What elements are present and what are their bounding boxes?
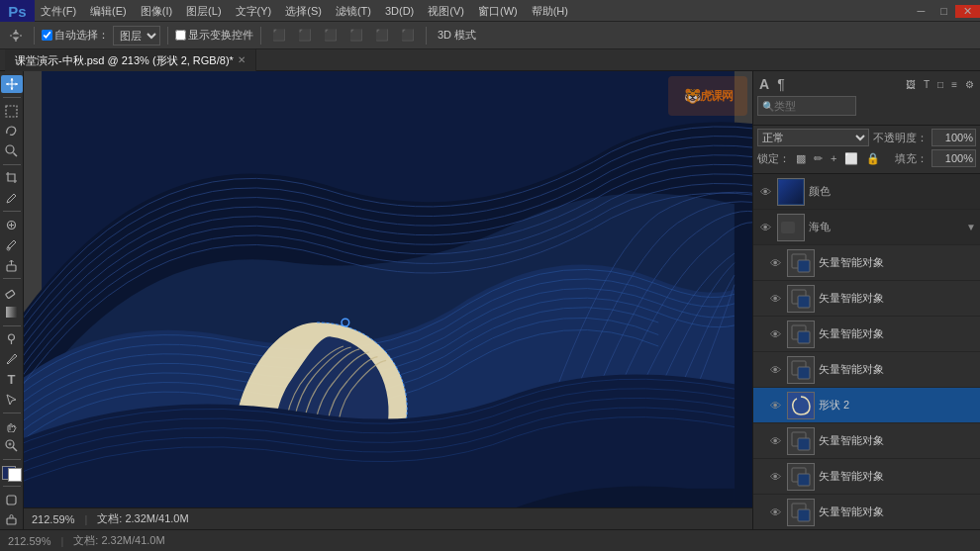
layer-eye-smart-1[interactable]: 👁 [767,255,783,271]
align-right-btn[interactable]: ⬛ [320,25,342,46]
lock-image-icon[interactable]: ✏ [812,151,825,166]
minimize-btn[interactable]: ─ [910,5,933,17]
layer-item-shape-2[interactable]: 👁 形状 2 [753,388,980,423]
tool-rectangular-marquee[interactable] [1,102,23,120]
opacity-input[interactable] [931,129,976,146]
panel-icon-3[interactable]: □ [935,78,945,91]
layer-thumb-smart-1 [787,249,815,277]
canvas-sep-1: | [84,513,87,525]
menu-text[interactable]: 文字(Y) [230,0,278,22]
layer-item-smart-5[interactable]: 👁 矢量智能对象 [753,423,980,459]
close-btn[interactable]: ✕ [955,5,980,18]
tool-healing-brush[interactable] [1,216,23,233]
tool-hand[interactable] [1,416,23,434]
tool-gradient[interactable] [1,303,23,321]
menu-filter[interactable]: 滤镜(T) [330,0,377,22]
align-center-btn[interactable]: ⬛ [294,25,316,46]
layer-visibility-toggle[interactable]: 👁 [757,184,773,200]
menu-view[interactable]: 视图(V) [422,0,470,22]
tool-clone-stamp[interactable] [1,256,23,274]
3d-mode-btn[interactable]: 3D 模式 [434,25,480,46]
menu-image[interactable]: 图像(I) [135,0,178,22]
type-search-box[interactable]: 🔍 [757,96,856,116]
tool-extra-1[interactable] [1,491,23,508]
layer-item-smart-2[interactable]: 👁 矢量智能对象 [753,281,980,317]
menu-3d[interactable]: 3D(D) [379,0,420,22]
svg-rect-8 [6,307,17,318]
layer-eye-smart-6[interactable]: 👁 [767,469,783,485]
tool-extra-2[interactable] [1,511,23,529]
show-transform-checkbox[interactable] [175,30,186,41]
lock-position-icon[interactable]: + [829,151,838,165]
fill-input[interactable] [931,149,976,167]
tool-zoom[interactable] [1,437,23,455]
align-left-btn[interactable]: ⬛ [268,25,290,46]
tool-path-selection[interactable] [1,390,23,408]
layer-thumb-smart-6 [787,463,815,491]
layer-item-smart-7[interactable]: 👁 矢量智能对象 [753,495,980,529]
tool-dodge[interactable] [1,329,23,347]
menu-layer[interactable]: 图层(L) [180,0,227,22]
menu-file[interactable]: 文件(F) [35,0,82,22]
lock-all-icon[interactable]: 🔒 [864,151,882,166]
menu-window[interactable]: 窗口(W) [472,0,524,22]
auto-select-checkbox[interactable] [42,30,52,41]
layer-name-smart-4: 矢量智能对象 [819,362,976,377]
maximize-btn[interactable]: □ [932,5,955,17]
panel-icon-2[interactable]: T [922,78,931,91]
para-panel-icon[interactable]: ¶ [775,75,787,93]
tool-text[interactable]: T [1,370,23,388]
layer-controls: 正常 溶解 正片叠底 不透明度： 锁定： ▩ ✏ + ⬜ 🔒 填充： [753,126,980,174]
lock-artboard-icon[interactable]: ⬜ [842,151,860,166]
align-middle-btn[interactable]: ⬛ [371,25,393,46]
char-panel-icon[interactable]: A [757,75,771,93]
layer-thumb-smart-3 [787,321,815,348]
layer-item-smart-3[interactable]: 👁 矢量智能对象 [753,317,980,352]
menu-help[interactable]: 帮助(H) [526,0,574,22]
tab-close-btn[interactable]: ✕ [238,49,245,71]
move-tool-btn[interactable] [5,25,27,46]
tool-brush[interactable] [1,236,23,254]
layer-eye-smart-2[interactable]: 👁 [767,291,783,307]
foreground-color[interactable] [2,466,22,483]
layer-eye-smart-5[interactable]: 👁 [767,433,783,449]
tab-main[interactable]: 课堂演示-中秋.psd @ 213% (形状 2, RGB/8)* ✕ [5,49,256,71]
layer-item-smart-4[interactable]: 👁 矢量智能对象 [753,352,980,388]
layer-select[interactable]: 图层 组 [113,26,160,46]
layer-thumb-smart-5 [787,427,815,455]
tool-pen[interactable] [1,350,23,368]
layer-visibility-turtle[interactable]: 👁 [757,220,773,235]
layer-item-smart-6[interactable]: 👁 矢量智能对象 [753,459,980,495]
panel-icon-5[interactable]: ⚙ [963,78,976,91]
align-bottom-btn[interactable]: ⬛ [397,25,419,46]
blend-mode-select[interactable]: 正常 溶解 正片叠底 [757,129,869,146]
menu-select[interactable]: 选择(S) [279,0,328,22]
layer-eye-smart-3[interactable]: 👁 [767,326,783,342]
tool-lasso[interactable] [1,122,23,139]
svg-rect-30 [798,509,810,521]
align-top-btn[interactable]: ⬛ [345,25,367,46]
blend-opacity-row: 正常 溶解 正片叠底 不透明度： [757,129,976,146]
layer-eye-smart-4[interactable]: 👁 [767,362,783,378]
tool-crop[interactable] [1,169,23,187]
panel-icon-1[interactable]: 🖼 [904,78,918,91]
tool-quick-select[interactable] [1,142,23,160]
layer-item-smart-1[interactable]: 👁 矢量智能对象 [753,245,980,281]
layer-name-smart-7: 矢量智能对象 [819,505,976,519]
menu-edit[interactable]: 编辑(E) [84,0,133,22]
group-expand-icon[interactable]: ▼ [966,222,976,232]
layer-item-turtle-group[interactable]: 👁 海龟 ▼ [753,210,980,245]
panel-icon-4[interactable]: ≡ [949,78,959,91]
layer-eye-smart-7[interactable]: 👁 [767,505,783,520]
toolbar-separator-4 [426,27,427,45]
tool-eraser[interactable] [1,283,23,301]
lock-transparent-icon[interactable]: ▩ [794,151,808,166]
watermark: 🐯 虎课网 [668,76,747,116]
type-search-input[interactable] [774,100,853,112]
layer-eye-shape-2[interactable]: 👁 [767,398,783,413]
layer-name-smart-1: 矢量智能对象 [819,255,976,270]
layer-item-color-group[interactable]: 👁 颜色 [753,174,980,210]
tool-move[interactable] [1,75,23,93]
tool-eyedropper[interactable] [1,189,23,207]
canvas-area[interactable]: 🐯 虎课网 212.59% | 文档: 2.32M/41.0M [24,71,752,529]
